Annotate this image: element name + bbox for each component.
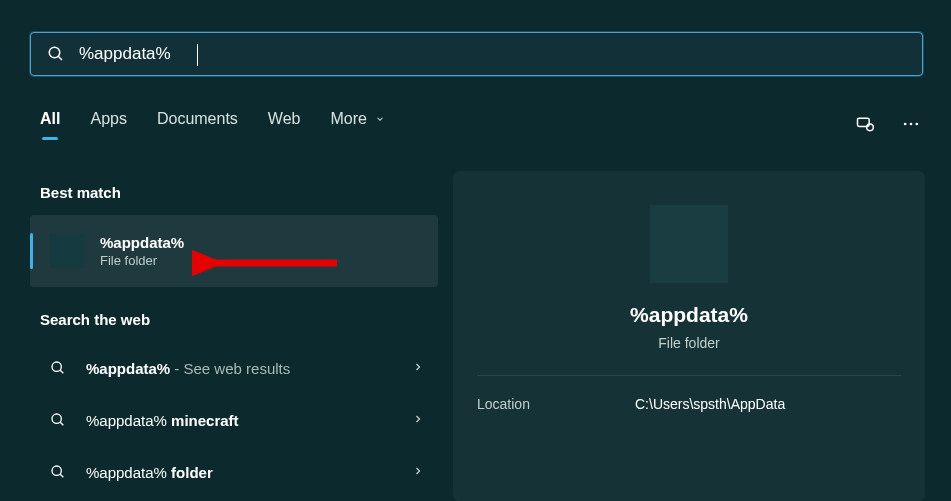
svg-point-9	[52, 414, 61, 423]
chevron-right-icon	[412, 359, 424, 377]
web-result-label: %appdata% - See web results	[86, 360, 290, 377]
search-icon	[44, 464, 72, 480]
chevron-right-icon	[412, 411, 424, 429]
top-right-actions	[855, 114, 921, 138]
tab-all[interactable]: All	[40, 110, 60, 138]
chevron-down-icon	[375, 110, 385, 127]
svg-point-3	[867, 124, 874, 131]
web-results: Search the web %appdata% - See web resul…	[30, 311, 438, 498]
cast-icon[interactable]	[855, 114, 875, 138]
details-subtitle: File folder	[453, 335, 925, 351]
svg-point-7	[52, 362, 61, 371]
folder-icon	[50, 234, 84, 268]
selection-indicator	[30, 233, 33, 269]
svg-point-5	[910, 123, 913, 126]
svg-point-0	[49, 47, 60, 58]
search-icon	[47, 45, 65, 63]
svg-point-4	[904, 123, 907, 126]
web-result-label: %appdata% folder	[86, 464, 213, 481]
tab-web[interactable]: Web	[268, 110, 301, 138]
details-pane: %appdata% File folder Location C:\Users\…	[453, 171, 925, 501]
tab-more-label: More	[330, 110, 366, 127]
folder-icon	[650, 205, 728, 283]
search-web-heading: Search the web	[40, 311, 438, 328]
tab-apps[interactable]: Apps	[90, 110, 126, 138]
tab-more[interactable]: More	[330, 110, 385, 138]
best-match-result[interactable]: %appdata% File folder	[30, 215, 438, 287]
location-label: Location	[477, 396, 635, 412]
search-icon	[44, 412, 72, 428]
search-icon	[44, 360, 72, 376]
web-result[interactable]: %appdata% - See web results	[30, 342, 438, 394]
svg-line-12	[60, 474, 63, 477]
search-input[interactable]	[79, 44, 906, 64]
svg-line-1	[58, 56, 62, 60]
results-column: Best match %appdata% File folder Search …	[30, 176, 438, 498]
svg-line-8	[60, 370, 63, 373]
location-value: C:\Users\spsth\AppData	[635, 396, 785, 412]
best-match-heading: Best match	[40, 184, 438, 201]
tab-documents[interactable]: Documents	[157, 110, 238, 138]
details-row-location: Location C:\Users\spsth\AppData	[453, 376, 925, 432]
search-bar[interactable]	[30, 32, 923, 76]
best-match-title: %appdata%	[100, 234, 184, 251]
filter-tabs: All Apps Documents Web More	[40, 110, 385, 138]
more-icon[interactable]	[901, 114, 921, 138]
web-result-label: %appdata% minecraft	[86, 412, 239, 429]
chevron-right-icon	[412, 463, 424, 481]
svg-point-11	[52, 466, 61, 475]
svg-line-10	[60, 422, 63, 425]
text-cursor	[197, 44, 198, 66]
details-title: %appdata%	[453, 303, 925, 327]
best-match-subtitle: File folder	[100, 253, 184, 268]
web-result[interactable]: %appdata% minecraft	[30, 394, 438, 446]
web-result[interactable]: %appdata% folder	[30, 446, 438, 498]
svg-point-6	[916, 123, 919, 126]
